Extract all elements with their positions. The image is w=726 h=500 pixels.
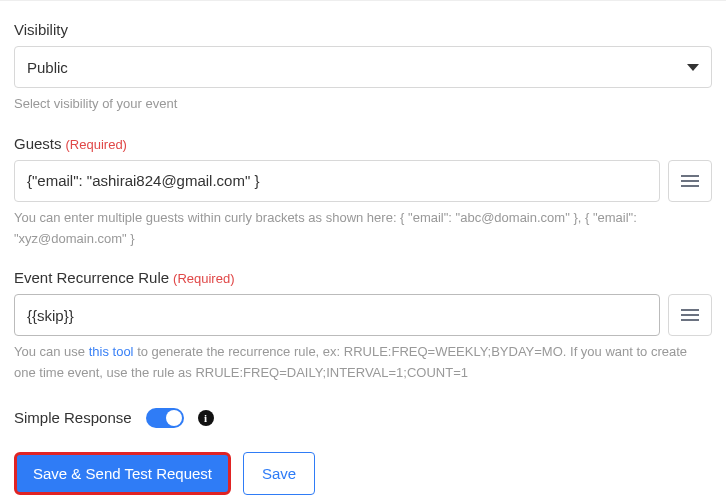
recurrence-label-text: Event Recurrence Rule (14, 269, 169, 286)
visibility-label: Visibility (14, 21, 712, 38)
guests-group: Guests(Required) You can enter multiple … (14, 135, 712, 250)
recurrence-helper-link[interactable]: this tool (89, 344, 134, 359)
toggle-knob (166, 410, 182, 426)
recurrence-helper-pre: You can use (14, 344, 89, 359)
button-row: Save & Send Test Request Save (14, 452, 712, 495)
menu-icon (681, 319, 699, 321)
menu-icon (681, 309, 699, 311)
save-button[interactable]: Save (243, 452, 315, 495)
visibility-group: Visibility Public Select visibility of y… (14, 21, 712, 115)
chevron-down-icon (687, 64, 699, 71)
simple-response-row: Simple Response i (14, 408, 712, 428)
visibility-value: Public (27, 59, 687, 76)
recurrence-menu-button[interactable] (668, 294, 712, 336)
save-send-test-button[interactable]: Save & Send Test Request (14, 452, 231, 495)
menu-icon (681, 314, 699, 316)
simple-response-toggle[interactable] (146, 408, 184, 428)
recurrence-helper: You can use this tool to generate the re… (14, 342, 712, 384)
recurrence-label: Event Recurrence Rule(Required) (14, 269, 712, 286)
recurrence-group: Event Recurrence Rule(Required) You can … (14, 269, 712, 384)
menu-icon (681, 180, 699, 182)
guests-label: Guests(Required) (14, 135, 712, 152)
guests-input[interactable] (14, 160, 660, 202)
recurrence-input-row (14, 294, 712, 336)
guests-menu-button[interactable] (668, 160, 712, 202)
menu-icon (681, 175, 699, 177)
simple-response-label: Simple Response (14, 409, 132, 426)
menu-icon (681, 185, 699, 187)
visibility-select[interactable]: Public (14, 46, 712, 88)
recurrence-required: (Required) (173, 271, 234, 286)
guests-helper: You can enter multiple guests within cur… (14, 208, 712, 250)
info-icon[interactable]: i (198, 410, 214, 426)
visibility-helper: Select visibility of your event (14, 94, 712, 115)
recurrence-input[interactable] (14, 294, 660, 336)
guests-input-row (14, 160, 712, 202)
guests-label-text: Guests (14, 135, 62, 152)
guests-required: (Required) (66, 137, 127, 152)
